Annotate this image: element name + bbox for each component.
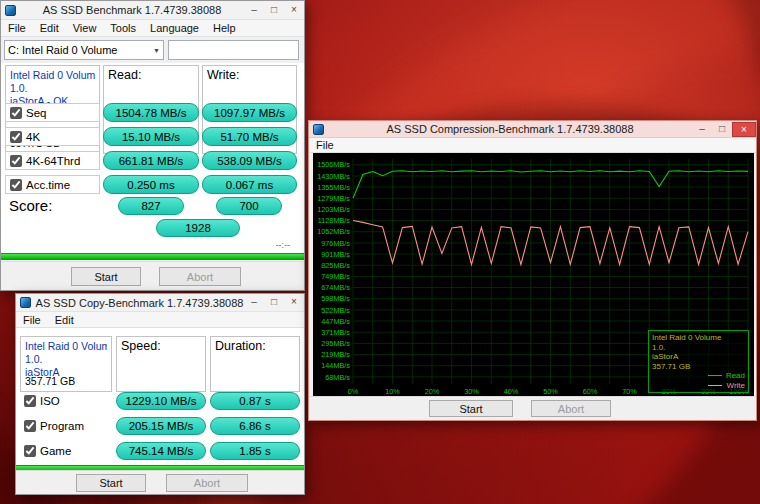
program-duration-value: 6.86 s bbox=[210, 417, 300, 435]
menu-edit[interactable]: Edit bbox=[33, 21, 66, 35]
chart-legend: Intel Raid 0 Volume 1.0. iaStorA 357.71 … bbox=[648, 330, 749, 393]
window-title: AS SSD Benchmark 1.7.4739.38088 bbox=[20, 4, 244, 16]
svg-text:50%: 50% bbox=[543, 387, 558, 396]
as-ssd-compression-benchmark-window: AS SSD Compression-Benchmark 1.7.4739.38… bbox=[308, 120, 757, 421]
drive-firmware: 1.0. bbox=[10, 82, 95, 95]
svg-text:749MB/s: 749MB/s bbox=[321, 272, 350, 281]
abort-button[interactable]: Abort bbox=[159, 267, 241, 286]
menu-file[interactable]: File bbox=[1, 21, 33, 35]
svg-text:674MB/s: 674MB/s bbox=[321, 283, 350, 292]
4k-read-value: 15.10 MB/s bbox=[103, 127, 199, 146]
maximize-button[interactable]: □ bbox=[264, 3, 284, 18]
svg-text:219MB/s: 219MB/s bbox=[321, 350, 350, 359]
svg-text:976MB/s: 976MB/s bbox=[321, 239, 350, 248]
chevron-down-icon: ▼ bbox=[153, 47, 160, 54]
menu-help[interactable]: Help bbox=[206, 21, 243, 35]
row-game: Game bbox=[20, 442, 112, 460]
window-title: AS SSD Compression-Benchmark 1.7.4739.38… bbox=[328, 123, 692, 135]
close-button[interactable]: × bbox=[284, 295, 304, 310]
read-header: Read: bbox=[108, 68, 141, 82]
abort-button[interactable]: Abort bbox=[531, 400, 611, 417]
drive-info-panel: Intel Raid 0 Volume 1.0. iaStorA 357.71 … bbox=[20, 336, 112, 392]
menu-tools[interactable]: Tools bbox=[103, 21, 143, 35]
seq-read-value: 1504.78 MB/s bbox=[103, 103, 199, 122]
svg-text:371MB/s: 371MB/s bbox=[321, 328, 350, 337]
seq-label: Seq bbox=[26, 107, 46, 119]
duration-column-panel: Duration: bbox=[210, 336, 300, 392]
app-icon bbox=[20, 297, 31, 308]
acc-time-label: Acc.time bbox=[26, 179, 70, 191]
benchmark-footer: Start Abort bbox=[1, 261, 304, 290]
row-seq: Seq bbox=[5, 103, 100, 122]
svg-text:598MB/s: 598MB/s bbox=[321, 294, 350, 303]
svg-text:522MB/s: 522MB/s bbox=[321, 306, 350, 315]
game-label: Game bbox=[40, 445, 71, 457]
row-4k: 4K bbox=[5, 127, 100, 146]
read-line-swatch bbox=[708, 375, 722, 376]
drive-select[interactable]: C: Intel Raid 0 Volume ▼ bbox=[4, 40, 164, 60]
menu-language[interactable]: Language bbox=[143, 21, 206, 35]
close-button[interactable]: × bbox=[732, 122, 756, 137]
app-icon bbox=[313, 124, 324, 135]
4k-write-value: 51.70 MB/s bbox=[202, 127, 297, 146]
as-ssd-benchmark-window: AS SSD Benchmark 1.7.4739.38088 – □ × Fi… bbox=[0, 0, 305, 291]
legend-drive-name: Intel Raid 0 Volume bbox=[652, 333, 745, 343]
benchmark-progress-bar bbox=[1, 253, 304, 260]
menu-view[interactable]: View bbox=[66, 21, 104, 35]
svg-text:40%: 40% bbox=[504, 387, 519, 396]
window-controls: – □ × bbox=[692, 121, 756, 137]
minimize-button[interactable]: – bbox=[244, 3, 264, 18]
app-icon bbox=[5, 5, 16, 16]
menu-file[interactable]: File bbox=[309, 138, 341, 152]
minimize-button[interactable]: – bbox=[692, 122, 712, 137]
acc-time-write-value: 0.067 ms bbox=[202, 175, 297, 194]
4k-64thrd-read-value: 661.81 MB/s bbox=[103, 151, 199, 170]
4k-64thrd-label: 4K-64Thrd bbox=[26, 155, 80, 167]
drive-firmware: 1.0. bbox=[25, 353, 107, 366]
drive-name: Intel Raid 0 Volume bbox=[10, 69, 95, 82]
acc-time-checkbox[interactable] bbox=[10, 179, 22, 191]
iso-checkbox[interactable] bbox=[24, 395, 36, 407]
toolbar: C: Intel Raid 0 Volume ▼ bbox=[1, 38, 304, 63]
write-header: Write: bbox=[207, 68, 239, 82]
minimize-button[interactable]: – bbox=[244, 295, 264, 310]
acc-time-read-value: 0.250 ms bbox=[103, 175, 199, 194]
row-4k-64thrd: 4K-64Thrd bbox=[5, 151, 100, 170]
close-button[interactable]: × bbox=[284, 3, 304, 18]
menubar: File bbox=[309, 138, 756, 153]
4k-64thrd-checkbox[interactable] bbox=[10, 155, 22, 167]
titlebar[interactable]: AS SSD Benchmark 1.7.4739.38088 – □ × bbox=[1, 1, 304, 20]
svg-text:825MB/s: 825MB/s bbox=[321, 261, 350, 270]
compression-footer: Start Abort bbox=[309, 396, 756, 420]
iso-duration-value: 0.87 s bbox=[210, 392, 300, 410]
program-checkbox[interactable] bbox=[24, 420, 36, 432]
window-controls: – □ × bbox=[244, 294, 304, 311]
titlebar[interactable]: AS SSD Compression-Benchmark 1.7.4739.38… bbox=[309, 121, 756, 138]
seq-checkbox[interactable] bbox=[10, 107, 22, 119]
menu-edit[interactable]: Edit bbox=[48, 313, 81, 327]
svg-text:20%: 20% bbox=[425, 387, 440, 396]
game-checkbox[interactable] bbox=[24, 445, 36, 457]
maximize-button[interactable]: □ bbox=[712, 122, 732, 137]
svg-text:1052MB/s: 1052MB/s bbox=[317, 227, 350, 236]
program-label: Program bbox=[40, 420, 84, 432]
score-total-value: 1928 bbox=[156, 219, 240, 237]
menu-file[interactable]: File bbox=[16, 313, 48, 327]
benchmark-body: Intel Raid 0 Volume 1.0. iaStorA - OK 10… bbox=[1, 63, 304, 261]
copy-footer: Start Abort bbox=[16, 470, 304, 494]
abort-button[interactable]: Abort bbox=[166, 474, 248, 492]
menubar: File Edit bbox=[16, 312, 304, 328]
score-label: Score: bbox=[9, 197, 52, 214]
seq-write-value: 1097.97 MB/s bbox=[202, 103, 297, 122]
svg-text:70%: 70% bbox=[622, 387, 637, 396]
4k-checkbox[interactable] bbox=[10, 131, 22, 143]
maximize-button[interactable]: □ bbox=[264, 295, 284, 310]
drive-capacity: 357.71 GB bbox=[25, 375, 75, 388]
duration-header: Duration: bbox=[215, 339, 266, 353]
start-button[interactable]: Start bbox=[429, 400, 513, 417]
titlebar[interactable]: AS SSD Copy-Benchmark 1.7.4739.38088 – □… bbox=[16, 294, 304, 312]
write-line-swatch bbox=[708, 385, 722, 386]
start-button[interactable]: Start bbox=[76, 474, 146, 492]
menubar: File Edit View Tools Language Help bbox=[1, 20, 304, 37]
start-button[interactable]: Start bbox=[71, 267, 141, 286]
